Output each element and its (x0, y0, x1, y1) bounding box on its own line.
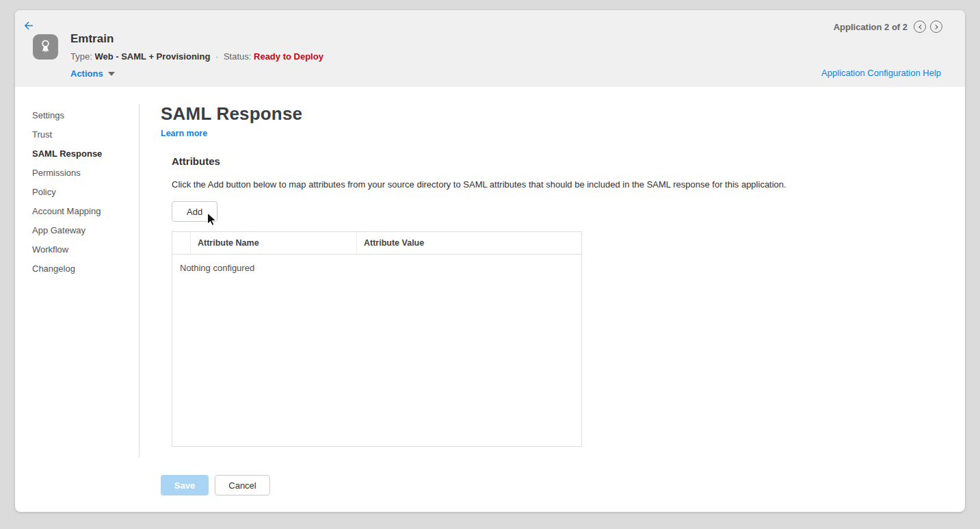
chevron-right-icon (933, 24, 938, 29)
attributes-table-header: Attribute Name Attribute Value (172, 232, 581, 255)
header-text-block: Emtrain Type: Web - SAML + Provisioning … (70, 32, 323, 79)
sidebar-item-policy[interactable]: Policy (32, 183, 135, 202)
actions-dropdown[interactable]: Actions (70, 68, 115, 79)
sidebar-divider (139, 104, 140, 457)
app-header: Emtrain Type: Web - SAML + Provisioning … (15, 10, 965, 87)
save-button[interactable]: Save (161, 475, 209, 495)
sidebar-item-app-gateway[interactable]: App Gateway (32, 221, 135, 240)
application-pager: Application 2 of 2 (834, 21, 942, 33)
status-value: Ready to Deploy (254, 51, 323, 62)
back-button[interactable] (21, 18, 35, 32)
sidebar-item-changelog[interactable]: Changelog (32, 259, 135, 279)
learn-more-link[interactable]: Learn more (161, 129, 207, 138)
back-arrow-icon (23, 20, 34, 31)
cancel-button[interactable]: Cancel (215, 475, 270, 495)
sidebar-item-saml-response[interactable]: SAML Response (32, 144, 135, 164)
table-empty-state: Nothing configured (172, 255, 581, 281)
select-column-header (172, 232, 191, 254)
sidebar-item-workflow[interactable]: Workflow (32, 240, 135, 259)
award-ribbon-icon (37, 38, 54, 56)
caret-down-icon (108, 72, 115, 76)
app-meta-line: Type: Web - SAML + Provisioning · Status… (70, 51, 323, 62)
actions-label: Actions (70, 68, 103, 79)
status-label: Status: (224, 51, 251, 62)
add-attribute-button[interactable]: Add (172, 201, 217, 222)
attributes-table: Attribute Name Attribute Value Nothing c… (172, 231, 582, 447)
app-logo (33, 34, 58, 60)
settings-sidebar: Settings Trust SAML Response Permissions… (32, 106, 135, 279)
chevron-left-icon (918, 24, 923, 29)
sidebar-item-account-mapping[interactable]: Account Mapping (32, 202, 135, 221)
sidebar-item-settings[interactable]: Settings (32, 106, 135, 125)
type-label: Type: (70, 51, 92, 62)
sidebar-item-permissions[interactable]: Permissions (32, 164, 135, 183)
attribute-value-column-header: Attribute Value (357, 232, 581, 254)
attribute-name-column-header: Attribute Name (191, 232, 357, 254)
application-settings-card: Emtrain Type: Web - SAML + Provisioning … (15, 10, 965, 512)
next-application-button[interactable] (930, 21, 942, 33)
meta-separator: · (215, 51, 218, 62)
pager-label: Application 2 of 2 (834, 22, 908, 32)
sidebar-item-trust[interactable]: Trust (32, 125, 135, 144)
previous-application-button[interactable] (914, 21, 926, 33)
attributes-section-title: Attributes (172, 155, 220, 167)
application-configuration-help-link[interactable]: Application Configuration Help (821, 68, 941, 78)
app-title: Emtrain (70, 32, 323, 46)
type-value: Web - SAML + Provisioning (94, 51, 210, 62)
page-title: SAML Response (161, 103, 302, 125)
attributes-description: Click the Add button below to map attrib… (172, 179, 787, 190)
